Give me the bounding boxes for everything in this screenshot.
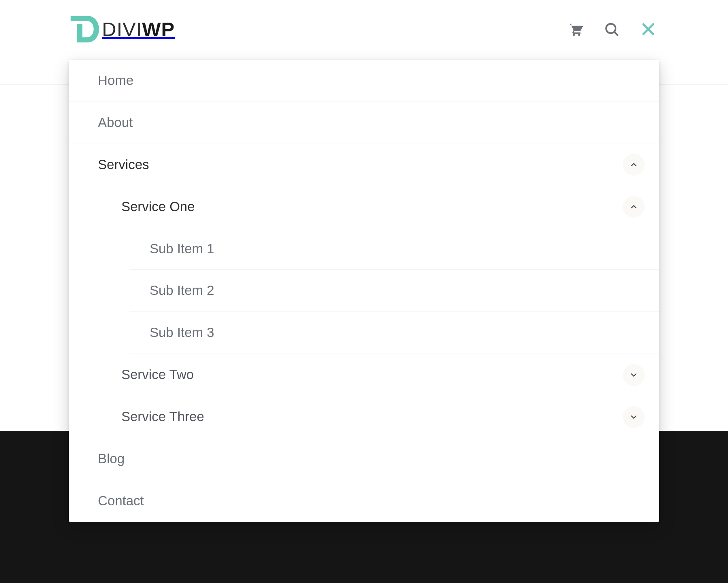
menu-link-contact[interactable]: Contact <box>69 480 659 522</box>
menu-item-blog: Blog <box>69 438 659 480</box>
menu-link-service-two[interactable]: Service Two <box>98 354 623 396</box>
header-actions <box>565 18 659 40</box>
menu-link-about[interactable]: About <box>69 102 659 144</box>
cart-button[interactable] <box>565 19 586 40</box>
menu-link-service-one[interactable]: Service One <box>98 186 623 228</box>
chevron-up-icon <box>629 202 638 211</box>
chevron-down-icon <box>629 371 638 379</box>
menu-item-sub-item-1: Sub Item 1 <box>129 228 659 270</box>
toggle-service-one[interactable] <box>623 196 645 218</box>
menu-item-sub-item-3: Sub Item 3 <box>129 312 659 354</box>
logo-text-thin: DIVI <box>102 18 142 40</box>
logo-wordmark: DIVIWP <box>102 18 175 40</box>
toggle-service-three[interactable] <box>623 406 645 428</box>
menu-link-home[interactable]: Home <box>69 60 659 102</box>
site-header: DIVIWP <box>69 13 659 45</box>
menu-link-sub-item-2[interactable]: Sub Item 2 <box>129 270 659 312</box>
search-icon <box>603 21 620 37</box>
menu-item-about: About <box>69 102 659 144</box>
chevron-down-icon <box>629 413 638 422</box>
close-icon <box>640 21 657 38</box>
menu-item-home: Home <box>69 60 659 102</box>
menu-item-service-three: Service Three <box>98 396 659 438</box>
menu-item-sub-item-2: Sub Item 2 <box>129 270 659 312</box>
svg-line-3 <box>615 32 618 35</box>
menu-close-button[interactable] <box>637 18 659 40</box>
svg-point-0 <box>573 34 575 36</box>
menu-item-service-two: Service Two <box>98 354 659 396</box>
toggle-service-two[interactable] <box>623 364 645 386</box>
logo-text-bold: WP <box>142 18 175 40</box>
site-logo[interactable]: DIVIWP <box>69 13 175 45</box>
menu-link-service-three[interactable]: Service Three <box>98 396 623 438</box>
menu-list: Home About Services Service One <box>69 60 659 522</box>
menu-item-services: Services <box>69 144 659 186</box>
menu-item-contact: Contact <box>69 480 659 522</box>
svg-point-1 <box>578 34 580 36</box>
search-button[interactable] <box>601 19 622 40</box>
menu-item-service-one: Service One <box>98 186 659 228</box>
logo-mark-icon <box>69 13 100 45</box>
menu-link-blog[interactable]: Blog <box>69 438 659 480</box>
toggle-services[interactable] <box>623 154 645 176</box>
menu-link-sub-item-3[interactable]: Sub Item 3 <box>129 312 659 354</box>
chevron-up-icon <box>629 160 638 169</box>
mobile-menu-panel: Home About Services Service One <box>69 60 659 522</box>
menu-link-sub-item-1[interactable]: Sub Item 1 <box>129 228 659 270</box>
cart-icon <box>567 21 583 37</box>
menu-link-services[interactable]: Services <box>69 144 623 186</box>
